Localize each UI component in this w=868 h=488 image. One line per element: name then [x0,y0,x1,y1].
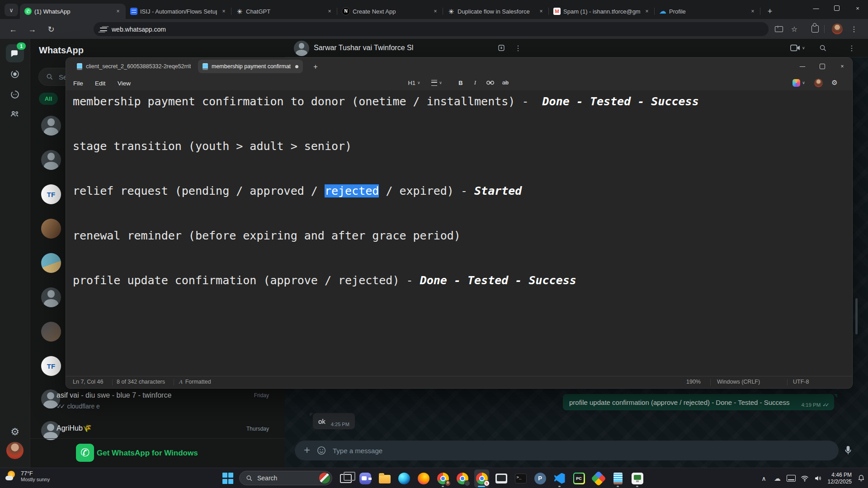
copilot-icon[interactable]: ∨ [791,77,807,88]
list-style-dropdown[interactable]: ∨ [428,77,446,88]
notepad-app-icon[interactable] [610,469,625,488]
tab-search-button[interactable]: ∨ [5,4,18,16]
editor-line [73,202,852,225]
incoming-message-bubble[interactable]: ok 4:25 PM [313,413,355,429]
contact-avatar[interactable] [41,287,61,307]
pycharm-icon[interactable]: PC [571,469,586,488]
task-view-icon[interactable] [338,469,353,488]
taskbar-search[interactable]: Search [239,471,332,485]
file-explorer-icon[interactable] [377,469,392,488]
nav-status-icon[interactable] [6,65,24,83]
browser-tab[interactable]: ☁Profile× [655,4,760,19]
notepad-minimize-button[interactable]: — [793,58,812,75]
browser-tab[interactable]: ISIJ - Automation/Flows Setup -× [126,4,231,19]
browser-profile-avatar[interactable] [832,22,843,36]
browser-tab[interactable]: MSpam (1) - ishann.tforce@gmai× [549,4,655,19]
twinforce-avatar[interactable]: TF [41,184,61,204]
tab-close-button[interactable]: × [537,7,545,15]
twinforce-avatar[interactable]: TF [41,356,61,376]
terminal-icon[interactable]: >_ [513,469,528,488]
touch-keyboard-icon[interactable] [784,475,798,482]
edge-icon[interactable] [396,469,411,488]
chrome-profile3-icon[interactable]: S [474,469,489,488]
taskbar-clock[interactable]: 4:46 PM 12/2/2025 [828,472,852,485]
start-button[interactable] [222,473,234,484]
browser-tab[interactable]: ✆(1) WhatsApp× [20,4,126,19]
back-button[interactable]: ← [6,23,20,36]
tab-close-button[interactable]: × [431,7,439,15]
contact-photo-avatar[interactable] [41,322,61,342]
heading-style-dropdown[interactable]: H1∨ [404,77,424,88]
contact-avatar[interactable] [41,150,61,170]
browser-close-button[interactable]: × [847,0,868,16]
get-whatsapp-banner[interactable]: Get WhatsApp for Windows [97,449,198,458]
tab-close-button[interactable]: × [326,7,334,15]
browser-tab[interactable]: ✳ChatGPT× [231,4,337,19]
browser-tab[interactable]: NCreate Next App× [337,4,443,19]
browser-minimize-button[interactable]: — [806,0,826,16]
taskpro-icon[interactable] [630,469,645,488]
vscode-icon[interactable] [552,469,567,488]
nav-chats-icon[interactable]: 1 [6,44,24,62]
bookmark-star-icon[interactable]: ☆ [787,22,802,36]
notepad-maximize-button[interactable] [812,58,832,75]
browser-tab[interactable]: ✳Duplicate flow in Salesforce× [443,4,549,19]
message-input[interactable]: + Type a message [295,441,839,460]
notification-bell-icon[interactable] [854,474,868,482]
nav-settings-icon[interactable]: ⚙ [6,423,24,441]
new-tab-button[interactable]: + [764,5,776,17]
menu-edit[interactable]: Edit [92,78,108,88]
my-profile-avatar[interactable] [6,442,24,459]
contact-photo-avatar[interactable] [41,253,61,273]
notepad-document-tab[interactable]: client_secret_2_60053885332-2reqe52rribc [72,60,195,73]
firefox-icon[interactable] [416,469,431,488]
browser-maximize-button[interactable] [826,0,847,16]
notepad-account-avatar[interactable] [812,77,824,88]
strikethrough-button[interactable]: ab [499,77,512,88]
chrome-profile1-icon[interactable] [435,469,450,488]
scrollbar-thumb[interactable] [855,298,858,334]
attach-plus-icon[interactable]: + [304,444,310,456]
nav-communities-icon[interactable] [6,105,24,123]
filter-all-chip[interactable]: All [39,93,58,105]
tab-close-button[interactable]: × [643,7,651,15]
volume-icon[interactable] [811,475,825,482]
wifi-icon[interactable] [798,475,811,482]
teams-chat-icon[interactable] [358,469,373,488]
onedrive-cloud-icon[interactable]: ☁ [771,474,784,483]
mic-icon[interactable] [844,445,853,456]
tray-chevron-icon[interactable]: ∧ [757,475,771,482]
menu-file[interactable]: File [71,78,86,88]
zoom-level[interactable]: 190% [686,379,701,385]
menu-view[interactable]: View [115,78,133,88]
tab-close-button[interactable]: × [220,7,228,15]
postgresql-icon[interactable]: P [533,469,547,488]
notepad-document-tab[interactable]: membership payment confirmation [198,60,303,73]
site-info-icon[interactable] [100,26,107,33]
weather-widget[interactable]: 77°F Mostly sunny [5,470,50,483]
tab-close-button[interactable]: × [749,7,757,15]
reload-button[interactable]: ↻ [44,23,58,36]
monitor-app-icon[interactable] [494,469,509,488]
contact-photo-avatar[interactable] [41,219,61,239]
italic-button[interactable]: I [469,77,481,88]
forward-button[interactable]: → [25,23,39,36]
tab-close-button[interactable]: × [114,7,122,15]
extensions-icon[interactable] [807,22,823,36]
photos-pinwheel-icon[interactable] [591,469,606,488]
editor-area[interactable]: membership payment confirmation to donor… [66,90,852,377]
link-button[interactable] [484,77,496,88]
browser-menu-icon[interactable]: ⋮ [846,22,862,36]
whatsapp-favicon: ✆ [24,8,32,15]
nav-channels-icon[interactable] [6,85,24,103]
bold-button[interactable]: B [455,77,467,88]
outgoing-message-bubble[interactable]: profile update confirmation (approve / r… [563,394,834,410]
notepad-new-tab-button[interactable]: + [310,61,321,72]
address-bar[interactable]: web.whatsapp.com [94,22,769,36]
notepad-settings-icon[interactable]: ⚙ [829,77,840,88]
contact-avatar[interactable] [41,116,61,136]
emoji-icon[interactable] [316,446,326,455]
chrome-profile2-icon[interactable] [455,469,470,488]
install-app-button[interactable] [771,22,787,36]
notepad-close-button[interactable]: × [832,58,852,75]
